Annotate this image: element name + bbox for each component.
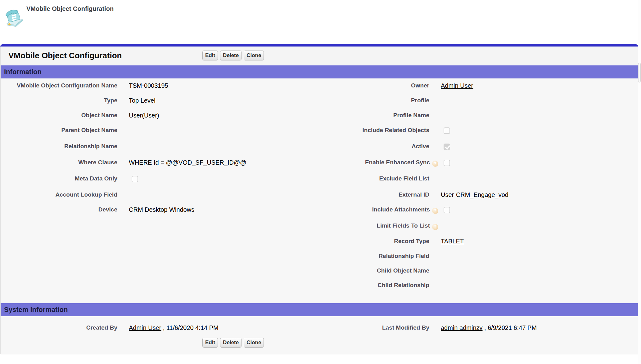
value-account-lookup-field bbox=[120, 188, 319, 202]
label-parent-object-name: Parent Object Name bbox=[1, 123, 120, 139]
table-row: Type Top Level Profile bbox=[1, 93, 639, 108]
active-checkbox bbox=[444, 144, 450, 150]
label-last-modified-by: Last Modified By bbox=[319, 316, 432, 338]
table-row: Object Name User(User) Profile Name bbox=[1, 108, 639, 123]
include-related-objects-checkbox bbox=[444, 127, 450, 134]
value-relationship-field bbox=[432, 249, 639, 264]
owner-link[interactable]: Admin User bbox=[441, 82, 473, 89]
edit-button-bottom[interactable]: Edit bbox=[202, 338, 218, 348]
help-icon[interactable]: ? bbox=[432, 208, 438, 214]
table-row: Relationship Field bbox=[1, 249, 639, 264]
help-icon[interactable]: ? bbox=[432, 224, 438, 230]
include-attachments-checkbox bbox=[444, 207, 450, 213]
label-limit-fields-to-list: Limit Fields To List? bbox=[319, 219, 432, 234]
table-row: Relationship Name Active bbox=[1, 139, 639, 155]
information-detail-table: VMobile Object Configuration Name TSM-00… bbox=[1, 78, 639, 293]
table-row: Child Object Name bbox=[1, 264, 639, 278]
label-device: Device bbox=[1, 202, 120, 219]
value-limit-fields-to-list bbox=[432, 219, 639, 234]
label-exclude-field-list: Exclude Field List bbox=[319, 171, 432, 188]
clone-button-bottom[interactable]: Clone bbox=[244, 338, 264, 348]
bottom-button-group: Edit Delete Clone bbox=[202, 338, 264, 348]
value-include-attachments bbox=[432, 202, 639, 219]
label-profile: Profile bbox=[319, 93, 432, 108]
label-meta-data-only: Meta Data Only bbox=[1, 171, 120, 188]
page-header: VMobile Object Configuration bbox=[0, 0, 641, 44]
system-information-table: Created By Admin User , 11/6/2020 4:14 P… bbox=[1, 316, 639, 338]
table-row: VMobile Object Configuration Name TSM-00… bbox=[1, 78, 639, 93]
value-record-type: TABLET bbox=[432, 234, 639, 249]
table-row: Where Clause WHERE Id = @@VOD_SF_USER_ID… bbox=[1, 155, 639, 171]
value-meta-data-only bbox=[120, 171, 319, 188]
value-child-object-name bbox=[432, 264, 639, 278]
vmobile-object-phone-icon bbox=[3, 6, 23, 27]
record-title: VMobile Object Configuration bbox=[8, 51, 122, 60]
value-vmobile-object-configuration-name: TSM-0003195 bbox=[120, 78, 319, 93]
vertical-scrollbar[interactable] bbox=[638, 0, 641, 364]
meta-data-only-checkbox bbox=[132, 176, 138, 182]
value-profile bbox=[432, 93, 639, 108]
help-icon[interactable]: ? bbox=[432, 161, 438, 167]
value-active bbox=[432, 139, 639, 155]
clone-button[interactable]: Clone bbox=[244, 51, 264, 60]
information-section-header: Information bbox=[1, 65, 638, 78]
label-enable-enhanced-sync: Enable Enhanced Sync? bbox=[319, 155, 432, 171]
label-account-lookup-field: Account Lookup Field bbox=[1, 188, 120, 202]
value-include-related-objects bbox=[432, 123, 639, 139]
page-title: VMobile Object Configuration bbox=[26, 5, 114, 12]
value-external-id: User-CRM_Engage_vod bbox=[432, 188, 639, 202]
value-relationship-name bbox=[120, 139, 319, 155]
delete-button[interactable]: Delete bbox=[220, 51, 242, 60]
value-type: Top Level bbox=[120, 93, 319, 108]
last-modified-datetime: , 6/9/2021 6:47 PM bbox=[483, 324, 537, 331]
label-where-clause: Where Clause bbox=[1, 155, 120, 171]
value-created-by: Admin User , 11/6/2020 4:14 PM bbox=[120, 316, 319, 338]
panel-header: VMobile Object Configuration Edit Delete… bbox=[1, 47, 638, 65]
value-exclude-field-list bbox=[432, 171, 639, 188]
label-child-relationship: Child Relationship bbox=[319, 278, 432, 293]
label-record-type: Record Type bbox=[319, 234, 432, 249]
label-relationship-name: Relationship Name bbox=[1, 139, 120, 155]
record-detail-panel: VMobile Object Configuration Edit Delete… bbox=[0, 44, 638, 354]
label-owner: Owner bbox=[319, 78, 432, 93]
value-parent-object-name bbox=[120, 123, 319, 139]
table-row: Limit Fields To List? bbox=[1, 219, 639, 234]
created-by-datetime: , 11/6/2020 4:14 PM bbox=[161, 324, 218, 331]
label-profile-name: Profile Name bbox=[319, 108, 432, 123]
value-where-clause: WHERE Id = @@VOD_SF_USER_ID@@ bbox=[120, 155, 319, 171]
created-by-link[interactable]: Admin User bbox=[129, 324, 161, 331]
value-owner: Admin User bbox=[432, 78, 639, 93]
table-row: Created By Admin User , 11/6/2020 4:14 P… bbox=[1, 316, 639, 338]
last-modified-by-link[interactable]: admin adminzv bbox=[441, 324, 483, 331]
panel-top-border bbox=[0, 44, 638, 47]
value-child-relationship bbox=[432, 278, 639, 293]
label-created-by: Created By bbox=[1, 316, 120, 338]
value-enable-enhanced-sync bbox=[432, 155, 639, 171]
record-type-link[interactable]: TABLET bbox=[441, 238, 464, 245]
enable-enhanced-sync-checkbox bbox=[444, 160, 450, 166]
top-button-group: Edit Delete Clone bbox=[202, 51, 264, 60]
label-child-object-name: Child Object Name bbox=[319, 264, 432, 278]
value-profile-name bbox=[432, 108, 639, 123]
table-row: Meta Data Only Exclude Field List bbox=[1, 171, 639, 188]
label-include-attachments: Include Attachments? bbox=[319, 202, 432, 219]
label-vmobile-object-configuration-name: VMobile Object Configuration Name bbox=[1, 78, 120, 93]
label-type: Type bbox=[1, 93, 120, 108]
value-device: CRM Desktop Windows bbox=[120, 202, 319, 219]
label-include-related-objects: Include Related Objects bbox=[319, 123, 432, 139]
value-last-modified-by: admin adminzv , 6/9/2021 6:47 PM bbox=[432, 316, 639, 338]
delete-button-bottom[interactable]: Delete bbox=[220, 338, 242, 348]
bottom-button-row: Edit Delete Clone bbox=[1, 338, 638, 354]
label-external-id: External ID bbox=[319, 188, 432, 202]
edit-button[interactable]: Edit bbox=[202, 51, 218, 60]
label-active: Active bbox=[319, 139, 432, 155]
table-row: Account Lookup Field External ID User-CR… bbox=[1, 188, 639, 202]
table-row: Child Relationship bbox=[1, 278, 639, 293]
value-object-name: User(User) bbox=[120, 108, 319, 123]
scrollbar-thumb[interactable] bbox=[638, 63, 641, 82]
label-relationship-field: Relationship Field bbox=[319, 249, 432, 264]
table-row: Device CRM Desktop Windows Include Attac… bbox=[1, 202, 639, 219]
table-row: Parent Object Name Include Related Objec… bbox=[1, 123, 639, 139]
table-row: Record Type TABLET bbox=[1, 234, 639, 249]
system-information-section-header: System Information bbox=[1, 303, 638, 316]
